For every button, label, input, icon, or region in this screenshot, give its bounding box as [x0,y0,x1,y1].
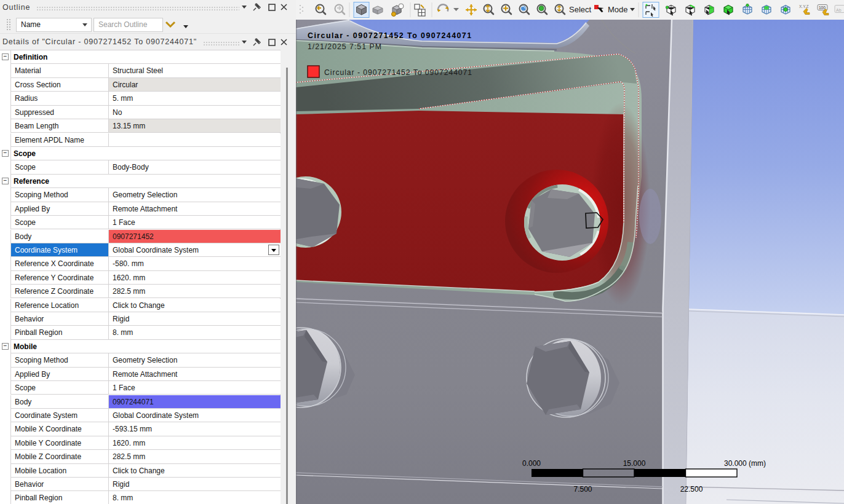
svg-text:1/21/2025 7:51 PM: 1/21/2025 7:51 PM [308,42,382,51]
svg-text:7.500: 7.500 [573,485,592,494]
svg-text:15.000: 15.000 [623,459,646,468]
svg-text:Mode: Mode [608,5,628,14]
svg-text:100: 100 [819,6,826,10]
svg-text:Ab: Ab [836,8,842,12]
svg-text:0.000: 0.000 [522,459,541,468]
svg-text:X.Y.Z: X.Y.Z [799,4,808,9]
svg-text:22.500: 22.500 [680,485,703,494]
svg-text:Select: Select [569,5,592,14]
svg-text:Circular - 0907271452 To 09072: Circular - 0907271452 To 0907244071 [324,68,472,77]
svg-text:30.000 (mm): 30.000 (mm) [724,459,766,468]
svg-text:Circular - 0907271452 To 09072: Circular - 0907271452 To 0907244071 [308,31,472,40]
